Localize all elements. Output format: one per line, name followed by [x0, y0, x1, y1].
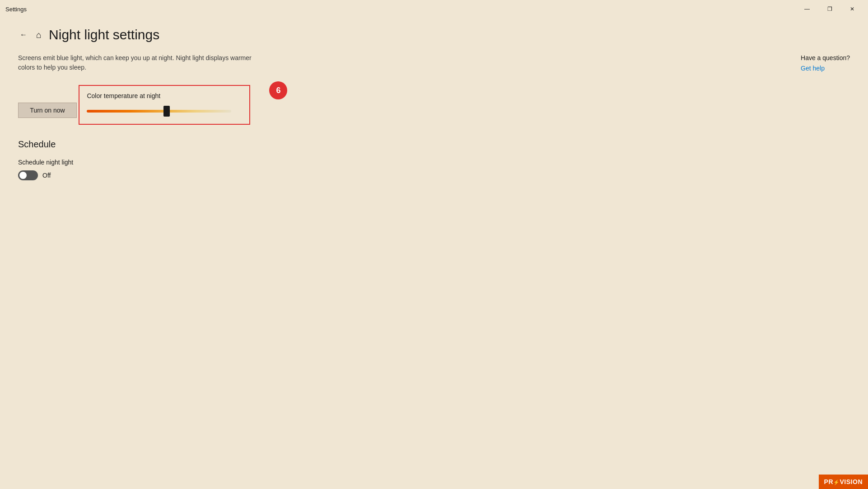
schedule-night-light-label: Schedule night light	[18, 159, 334, 166]
schedule-heading: Schedule	[18, 139, 334, 150]
slider-thumb[interactable]	[163, 106, 170, 117]
page-header: ← ⌂ Night light settings	[18, 27, 334, 42]
turn-on-now-button[interactable]: Turn on now	[18, 103, 77, 118]
color-temp-slider-container	[87, 105, 231, 118]
minimize-button[interactable]: —	[797, 2, 817, 16]
restore-button[interactable]: ❐	[819, 2, 840, 16]
branding-text: PR⚡VISION	[824, 478, 863, 485]
title-bar: Settings — ❐ ✕	[0, 0, 868, 18]
get-help-link[interactable]: Get help	[801, 65, 825, 72]
toggle-status-label: Off	[42, 172, 51, 179]
step-badge: 6	[269, 81, 287, 99]
toggle-container: Off	[18, 170, 334, 180]
page-description: Screens emit blue light, which can keep …	[18, 53, 253, 72]
toggle-knob	[19, 172, 27, 179]
slider-track	[87, 110, 231, 113]
color-temperature-section: Color temperature at night 6	[79, 85, 250, 125]
content-area: ← ⌂ Night light settings Screens emit bl…	[0, 18, 868, 189]
close-button[interactable]: ✕	[842, 2, 863, 16]
schedule-section: Schedule Schedule night light Off	[18, 139, 334, 180]
main-panel: ← ⌂ Night light settings Screens emit bl…	[18, 27, 334, 180]
back-button[interactable]: ←	[18, 29, 29, 41]
page-title: Night light settings	[49, 27, 159, 42]
title-bar-controls: — ❐ ✕	[797, 2, 863, 16]
title-bar-left: Settings	[5, 6, 27, 13]
back-arrow-icon: ←	[20, 31, 27, 39]
title-bar-title: Settings	[5, 6, 27, 13]
help-heading: Have a question?	[801, 54, 850, 61]
home-icon: ⌂	[36, 30, 42, 40]
schedule-toggle[interactable]	[18, 170, 38, 180]
branding-badge: PR⚡VISION	[819, 475, 868, 489]
color-temp-label: Color temperature at night	[87, 92, 242, 99]
right-panel: Have a question? Get help	[801, 54, 850, 72]
